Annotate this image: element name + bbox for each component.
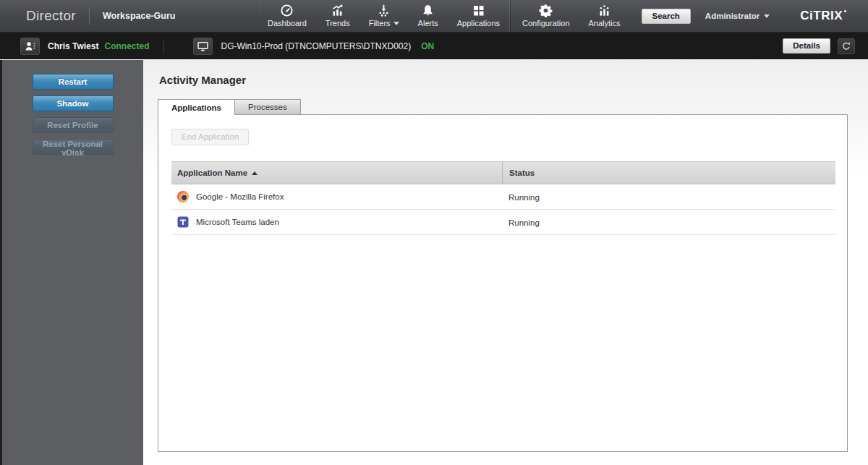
page-title: Activity Manager [159, 74, 868, 86]
chevron-down-icon [764, 14, 770, 18]
brand-divider [89, 7, 90, 25]
column-header-status[interactable]: Status [502, 162, 835, 184]
reset-profile-button: Reset Profile [33, 117, 114, 133]
tab-applications[interactable]: Applications [158, 99, 235, 115]
trends-icon [331, 4, 344, 17]
nav-label: Analytics [589, 19, 621, 27]
applications-tab-panel: End Application Application Name Status … [158, 114, 848, 452]
top-navigation-bar: Director Workspace-Guru Dashboard Trends… [0, 0, 868, 33]
dashboard-icon [280, 4, 294, 17]
activity-manager-panel: Activity Manager Applications Processes … [143, 60, 868, 465]
tab-strip: Applications Processes [158, 99, 868, 115]
filters-icon [377, 4, 391, 17]
applications-icon [472, 4, 485, 17]
sort-ascending-icon [252, 171, 258, 175]
application-name: Microsoft Teams laden [196, 218, 279, 226]
nav-filters[interactable]: Filters [359, 0, 409, 32]
application-status: Running [509, 218, 540, 227]
nav-dashboard[interactable]: Dashboard [258, 0, 316, 32]
teams-icon [177, 216, 189, 228]
administrator-label: Administrator [705, 12, 760, 20]
application-cell: Microsoft Teams laden [171, 216, 502, 228]
end-application-button: End Application [171, 129, 249, 145]
shadow-button[interactable]: Shadow [33, 95, 114, 111]
citrix-logo-text: CiTRIX [800, 9, 843, 23]
column-header-application-name[interactable]: Application Name [171, 168, 502, 177]
top-spacer [630, 0, 642, 32]
application-status: Running [509, 193, 540, 202]
nav-label: Alerts [418, 19, 438, 27]
table-row[interactable]: Microsoft Teams laden Running [171, 210, 835, 235]
machine-session-button[interactable] [193, 38, 213, 55]
session-divider [163, 40, 164, 53]
content-area: Restart Shadow Reset Profile Reset Perso… [0, 60, 868, 465]
alerts-icon [421, 4, 435, 17]
nav-alerts[interactable]: Alerts [409, 0, 448, 32]
nav-label: Applications [457, 19, 500, 27]
refresh-button[interactable] [838, 38, 855, 54]
analytics-icon [597, 4, 611, 17]
table-header-row: Application Name Status [171, 161, 835, 184]
nav-label: Trends [326, 19, 350, 27]
tab-processes[interactable]: Processes [235, 99, 301, 115]
machine-power-badge: ON [421, 41, 434, 51]
nav-label: Configuration [522, 19, 569, 27]
citrix-logo: CiTRIX [800, 9, 846, 23]
restart-button[interactable]: Restart [33, 74, 114, 90]
refresh-icon [841, 41, 851, 51]
status-cell: Running [502, 190, 835, 203]
nav-analytics[interactable]: Analytics [579, 0, 630, 32]
citrix-trademark-dot [844, 10, 846, 12]
nav-applications[interactable]: Applications [448, 0, 509, 32]
session-actions-sidebar: Restart Shadow Reset Profile Reset Perso… [0, 60, 143, 465]
application-name: Google - Mozilla Firefox [196, 192, 284, 201]
secondary-nav: Configuration Analytics [513, 0, 629, 32]
column-header-label: Application Name [177, 168, 247, 177]
brand-section: Director Workspace-Guru [0, 0, 258, 32]
status-cell: Running [502, 216, 835, 229]
firefox-icon [177, 191, 189, 202]
configuration-gear-icon [539, 4, 553, 17]
applications-table: Application Name Status Google - Mozilla… [171, 161, 835, 235]
user-session-button[interactable] [20, 38, 40, 55]
director-logo: Director [26, 8, 76, 24]
chevron-down-icon[interactable] [393, 22, 399, 25]
primary-nav: Dashboard Trends Filters Alerts [258, 0, 510, 32]
nav-trends[interactable]: Trends [316, 0, 359, 32]
session-status-badge: Connected [104, 41, 149, 51]
column-header-label: Status [509, 168, 535, 177]
reset-personal-vdisk-button: Reset Personal vDisk [33, 139, 114, 155]
workspace-name: Workspace-Guru [103, 11, 176, 21]
nav-label: Filters [369, 19, 391, 27]
session-bar: Chris Twiest Connected DG-Win10-Prod (DT… [0, 33, 868, 59]
search-button[interactable]: Search [642, 9, 691, 24]
machine-name: DG-Win10-Prod (DTNCOMPUTERS\DTNXD002) [221, 41, 411, 51]
application-cell: Google - Mozilla Firefox [171, 191, 502, 202]
monitor-icon [197, 40, 209, 52]
user-icon [24, 40, 37, 52]
nav-label: Dashboard [268, 19, 307, 27]
session-user-name: Chris Twiest [48, 41, 98, 51]
administrator-menu[interactable]: Administrator [705, 12, 770, 20]
nav-configuration[interactable]: Configuration [513, 0, 579, 32]
details-button[interactable]: Details [783, 38, 830, 54]
table-row[interactable]: Google - Mozilla Firefox Running [171, 184, 835, 210]
